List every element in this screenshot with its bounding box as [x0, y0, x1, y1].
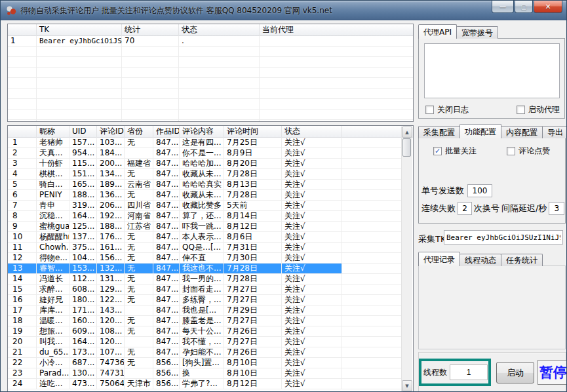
checkbox-label: 批量关注 — [445, 146, 477, 157]
checkbox-batch-follow[interactable]: ✓ 批量关注 — [433, 146, 477, 157]
scrollbar-thumb[interactable] — [402, 138, 411, 157]
cell: 小冷... — [37, 358, 69, 368]
comment-row[interactable]: 17库库...171...143...847...我也是[...7月29日关注√ — [8, 305, 402, 316]
scroll-down-button[interactable]: ▼ — [402, 380, 412, 391]
title-bar[interactable]: 得物自动采集评论用户 批量关注和评论点赞协议软件 客服QQ 804520209 … — [1, 1, 566, 20]
comment-row[interactable]: 11Chowh...375...161...无847...QQ是…[...7月3… — [8, 243, 402, 253]
tab-proxy-record[interactable]: 代理记录 — [418, 252, 460, 266]
checkbox-close-log[interactable]: ✓ 关闭日志 — [425, 104, 469, 115]
cell: 847... — [153, 201, 180, 210]
cell: 1 — [8, 36, 37, 47]
cell: 评论内容 — [180, 126, 224, 138]
cell: 156... — [97, 253, 125, 263]
comment-row[interactable]: 5骑白...165...189...云南省847...哈哈哈真实8月13日关注√ — [8, 180, 402, 190]
comment-row[interactable]: 4棋棋...151...134...无847...收藏从未...7月28日关注√ — [8, 169, 402, 180]
comment-row[interactable]: 3十份虾115...200...福建省847...哈哈哈加...8月20日关注√ — [8, 159, 402, 169]
cell: 137... — [69, 232, 97, 242]
comment-row[interactable]: 23Parad...130...747318856...换8月10日关注√ — [8, 368, 402, 379]
tab-thread-status[interactable]: 线程动态 — [459, 254, 501, 266]
header-row[interactable]: 昵称UID评论ID省份作品ID评论内容评论时间状态 — [8, 126, 413, 138]
comment-row[interactable]: 24连吃...473...750644天津市856...学弗了?...8月12日… — [8, 379, 402, 389]
thread-count-input[interactable] — [450, 364, 488, 380]
cell: 115... — [69, 159, 97, 168]
cell: 云南省 — [125, 180, 153, 189]
cell: 9 — [8, 222, 37, 231]
comment-row[interactable]: 2天真...954...184...847...你不是一...8月9日关注√ — [8, 148, 402, 159]
token-row[interactable]: 1Bearer eyJhbGciOiJSU...70. — [8, 36, 413, 47]
comment-row[interactable]: 22小冷...687...747369无856...[狗头]置...8月10日关… — [8, 358, 402, 368]
checkbox-comment-like[interactable]: ✓ 评论点赞 — [507, 146, 550, 157]
comment-row[interactable]: 7青申319...206...四川省847...收藏比赞多5天前关注√ — [8, 201, 402, 211]
comment-row[interactable]: 15求醉...608...129...无847...封面看走...7月27日关注… — [8, 284, 402, 295]
close-button[interactable]: ✕ — [534, 1, 562, 13]
cell: 7月26日 — [224, 326, 282, 336]
comment-row[interactable]: 13睿智...153...132...无847...我这也不...7月28日关注… — [8, 264, 402, 274]
fail-count-input[interactable] — [458, 202, 472, 215]
comment-row[interactable]: 9蜜桃gua125...188...江苏省847...吓我一跳...8月12日关… — [8, 222, 402, 232]
cell: 319... — [69, 201, 97, 210]
comment-row[interactable]: 6PENIY188...136...无847...收藏从未...7月28日关注√ — [8, 190, 402, 201]
comment-table-header: 昵称UID评论ID省份作品ID评论内容评论时间状态 — [8, 126, 413, 138]
cell: 关注√ — [282, 138, 342, 147]
cell: 无 — [125, 243, 153, 252]
checkbox-start-proxy[interactable]: ✓ 启动代理 — [517, 104, 560, 115]
tab-export[interactable]: 导出 — [542, 126, 567, 138]
tab-task-stats[interactable]: 任务统计 — [501, 254, 543, 266]
cell: 609... — [69, 326, 97, 336]
cell: 847... — [153, 274, 180, 284]
interval-input[interactable] — [549, 202, 564, 215]
cell: . — [179, 36, 260, 47]
cell: 847... — [153, 284, 180, 294]
comment-row[interactable]: 16婕好兄180...122...无847...多练臀，...7月27日关注√ — [8, 295, 402, 305]
client-area: TK统计状态当前代理 1Bearer eyJhbGciOiJSU...70. 昵… — [1, 20, 566, 391]
collect-tk-input[interactable] — [444, 230, 563, 245]
cell: 608... — [69, 284, 97, 294]
cell: 状态 — [179, 24, 260, 36]
maximize-button[interactable]: ▢ — [515, 1, 533, 13]
start-button[interactable]: 启动 — [496, 362, 534, 383]
minimize-button[interactable]: — — [492, 1, 514, 13]
cell: 176... — [97, 232, 125, 242]
tab-collect-config[interactable]: 采集配置 — [418, 126, 460, 138]
checkbox-box: ✓ — [425, 106, 434, 114]
tab-proxy-api[interactable]: 代理API — [418, 24, 457, 39]
cell: 无 — [125, 264, 153, 273]
cell: 8月10日 — [224, 358, 282, 368]
cell: 129... — [97, 284, 125, 294]
cell: PENIY — [37, 190, 69, 200]
proxy-api-textarea[interactable] — [424, 43, 560, 98]
comment-row[interactable]: 19想旅...609...108...无847...每天十公...7月26日关注… — [8, 326, 402, 337]
proxy-tabpage: ✓ 关闭日志 ✓ 启动代理 — [418, 38, 565, 119]
cell: 180... — [69, 295, 97, 305]
comment-row[interactable]: 1老猪帅157...103...无847...这是有四...7月25日关注√ — [8, 138, 402, 148]
tab-broadband-dial[interactable]: 宽带拨号 — [456, 26, 498, 39]
minimize-icon: — — [499, 3, 506, 10]
comment-row[interactable]: 21du_65...173...107...无847...孕妇能不...7月26… — [8, 347, 402, 358]
pause-button[interactable]: 暂停 — [538, 360, 567, 385]
scroll-up-button[interactable]: ▲ — [402, 127, 412, 138]
cell: 847... — [153, 326, 180, 336]
comment-row[interactable]: 10杨醒醒hm137...176...无847...本人表示...8月6日关注√ — [8, 232, 402, 243]
tab-function-config[interactable]: 功能配置 — [459, 124, 501, 138]
comment-row[interactable]: 18温暖...160...120...无847...膝盖老是...7月27日关注… — [8, 316, 402, 326]
tab-content-config[interactable]: 内容配置 — [501, 126, 543, 138]
cell: 23 — [8, 368, 37, 378]
cell: 847... — [153, 169, 180, 179]
comment-row[interactable]: 12得物e...104...156...无847...伸不直7月30日关注√ — [8, 253, 402, 264]
vertical-scrollbar[interactable]: ▲ ▼ — [401, 127, 412, 391]
per-account-input[interactable] — [467, 184, 492, 197]
cell: 收藏从未... — [180, 169, 224, 179]
header-row[interactable]: TK统计状态当前代理 — [8, 24, 413, 36]
cell: 无 — [125, 295, 153, 305]
cell: 昵称 — [37, 126, 69, 138]
cell: 847... — [153, 316, 180, 326]
record-tabbar: 代理记录 线程动态 任务统计 — [418, 252, 543, 266]
cell: 关注√ — [282, 337, 342, 347]
comment-row[interactable]: 8沉稳...164...192...河南省847...算了，还...8月14日关… — [8, 211, 402, 222]
cell: Parad... — [37, 368, 69, 378]
comment-row[interactable]: 20叫我...164...120...847...我不懂，...7月27日关注√ — [8, 337, 402, 347]
cell: 关注√ — [282, 274, 342, 284]
comment-row[interactable]: 14冯道长112...131...无847...我一男的...7月28日关注√ — [8, 274, 402, 284]
cell: 7月31日 — [224, 243, 282, 252]
cell: 关注√ — [282, 305, 342, 315]
